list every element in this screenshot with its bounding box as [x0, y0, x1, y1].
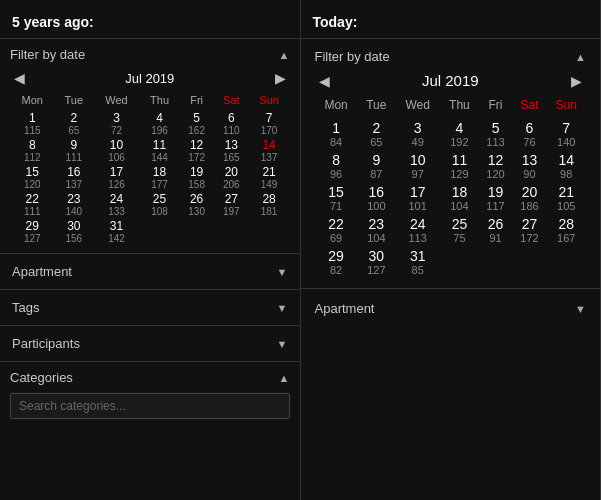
calendar-day[interactable]: 12172 [179, 137, 214, 164]
calendar-day[interactable]: 18104 [440, 182, 478, 214]
left-tags-label: Tags [12, 300, 39, 315]
calendar-day[interactable]: 30156 [55, 218, 94, 245]
calendar-day[interactable]: 1571 [315, 182, 358, 214]
day-count: 127 [10, 233, 55, 244]
left-next-month-button[interactable]: ▶ [271, 70, 290, 86]
calendar-day[interactable]: 4196 [140, 110, 179, 137]
day-number: 2 [358, 120, 395, 136]
calendar-day[interactable]: 13165 [214, 137, 249, 164]
day-number: 15 [315, 184, 358, 200]
day-number: 22 [10, 192, 55, 206]
calendar-day[interactable]: 2691 [479, 214, 513, 246]
calendar-day[interactable]: 28167 [546, 214, 586, 246]
calendar-day[interactable]: 265 [358, 118, 395, 150]
calendar-day[interactable]: 17101 [395, 182, 440, 214]
calendar-day[interactable]: 1097 [395, 150, 440, 182]
calendar-day[interactable]: 14137 [249, 137, 290, 164]
calendar-day[interactable]: 372 [93, 110, 140, 137]
day-count: 120 [479, 168, 513, 180]
right-next-month-button[interactable]: ▶ [567, 73, 586, 89]
calendar-day[interactable]: 19158 [179, 164, 214, 191]
calendar-day[interactable]: 19117 [479, 182, 513, 214]
calendar-day[interactable]: 15120 [10, 164, 55, 191]
calendar-day[interactable]: 11129 [440, 150, 478, 182]
calendar-day[interactable]: 1498 [546, 150, 586, 182]
calendar-day[interactable]: 1390 [513, 150, 547, 182]
day-count: 144 [140, 152, 179, 163]
calendar-day[interactable]: 26130 [179, 191, 214, 218]
calendar-day[interactable]: 12120 [479, 150, 513, 182]
left-categories-collapse-icon[interactable]: ▲ [279, 372, 290, 384]
calendar-day[interactable]: 7170 [249, 110, 290, 137]
calendar-day[interactable]: 24113 [395, 214, 440, 246]
day-number: 13 [513, 152, 547, 168]
calendar-day[interactable]: 987 [358, 150, 395, 182]
calendar-day[interactable]: 349 [395, 118, 440, 150]
right-day-header-sat: Sat [513, 95, 547, 118]
left-participants-section[interactable]: Participants ▼ [0, 325, 300, 361]
left-day-header-fri: Fri [179, 92, 214, 110]
right-apartment-section[interactable]: Apartment ▼ [301, 288, 601, 328]
day-count: 104 [358, 232, 395, 244]
calendar-day[interactable]: 2575 [440, 214, 478, 246]
calendar-day[interactable]: 11144 [140, 137, 179, 164]
day-count: 113 [479, 136, 513, 148]
calendar-day[interactable]: 23140 [55, 191, 94, 218]
calendar-day[interactable]: 16100 [358, 182, 395, 214]
day-number: 23 [55, 192, 94, 206]
left-prev-month-button[interactable]: ◀ [10, 70, 29, 86]
calendar-day[interactable]: 28181 [249, 191, 290, 218]
day-number: 31 [395, 248, 440, 264]
day-count: 172 [179, 152, 214, 163]
calendar-day[interactable]: 5162 [179, 110, 214, 137]
calendar-day[interactable]: 23104 [358, 214, 395, 246]
day-count: 113 [395, 232, 440, 244]
calendar-day[interactable]: 22111 [10, 191, 55, 218]
day-count: 65 [358, 136, 395, 148]
calendar-day[interactable]: 10106 [93, 137, 140, 164]
day-count: 69 [315, 232, 358, 244]
calendar-day[interactable]: 20186 [513, 182, 547, 214]
right-calendar-grid: Mon Tue Wed Thu Fri Sat Sun 184265349419… [315, 95, 587, 278]
calendar-day[interactable]: 265 [55, 110, 94, 137]
left-apartment-section[interactable]: Apartment ▼ [0, 253, 300, 289]
calendar-day[interactable]: 5113 [479, 118, 513, 150]
calendar-day[interactable]: 27172 [513, 214, 547, 246]
calendar-day[interactable]: 27197 [214, 191, 249, 218]
calendar-day[interactable]: 9111 [55, 137, 94, 164]
calendar-day[interactable]: 25108 [140, 191, 179, 218]
right-prev-month-button[interactable]: ◀ [315, 73, 334, 89]
day-number: 9 [55, 138, 94, 152]
day-number: 26 [179, 192, 214, 206]
right-filter-collapse-icon[interactable]: ▲ [575, 51, 586, 63]
calendar-day[interactable]: 21105 [546, 182, 586, 214]
calendar-day[interactable]: 6110 [214, 110, 249, 137]
day-number: 22 [315, 216, 358, 232]
calendar-day[interactable]: 17126 [93, 164, 140, 191]
left-tags-chevron-icon: ▼ [277, 302, 288, 314]
calendar-day[interactable]: 1115 [10, 110, 55, 137]
calendar-day[interactable]: 31142 [93, 218, 140, 245]
right-calendar-month: Jul 2019 [422, 72, 479, 89]
calendar-day[interactable]: 16137 [55, 164, 94, 191]
calendar-day[interactable]: 18177 [140, 164, 179, 191]
calendar-day[interactable]: 7140 [546, 118, 586, 150]
calendar-day[interactable]: 676 [513, 118, 547, 150]
calendar-day[interactable]: 29127 [10, 218, 55, 245]
calendar-day[interactable]: 2982 [315, 246, 358, 278]
calendar-day[interactable]: 184 [315, 118, 358, 150]
calendar-day[interactable]: 4192 [440, 118, 478, 150]
left-filter-collapse-icon[interactable]: ▲ [279, 49, 290, 61]
calendar-day[interactable]: 21149 [249, 164, 290, 191]
calendar-day[interactable]: 20206 [214, 164, 249, 191]
day-count: 65 [55, 125, 94, 136]
calendar-day[interactable]: 30127 [358, 246, 395, 278]
calendar-day[interactable]: 2269 [315, 214, 358, 246]
calendar-day[interactable]: 3185 [395, 246, 440, 278]
calendar-day[interactable]: 896 [315, 150, 358, 182]
search-categories-input[interactable] [10, 393, 290, 419]
right-panel: Today: Filter by date ▲ ◀ Jul 2019 ▶ Mon… [301, 0, 602, 500]
calendar-day[interactable]: 8112 [10, 137, 55, 164]
calendar-day[interactable]: 24133 [93, 191, 140, 218]
left-tags-section[interactable]: Tags ▼ [0, 289, 300, 325]
